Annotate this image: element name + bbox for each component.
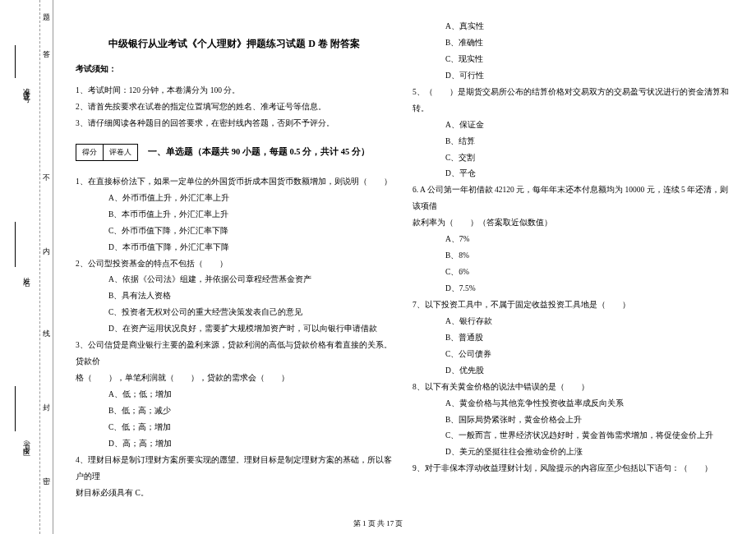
question: 9、对于非保本浮动收益理财计划，风险提示的内容应至少包括以下语句：（ ）	[413, 461, 730, 477]
option: D、可行性	[413, 68, 730, 85]
option: B、具有法人资格	[76, 288, 393, 305]
option: D、美元的坚挺往往会推动金价的上涨	[413, 444, 730, 461]
option: D、在资产运用状况良好，需要扩大规模增加资产时，可以向银行申请借款	[76, 321, 393, 338]
option: D、高；高；增加	[76, 436, 393, 453]
score-box: 得分 评卷人	[76, 144, 138, 161]
question: 5、（ ）是期货交易所公布的结算价格对交易双方的交易盈亏状况进行的资金清算和转。	[413, 85, 730, 117]
option: B、本币币值上升，外汇汇率上升	[76, 207, 393, 223]
seal-char: 答	[43, 49, 50, 60]
option: A、真实性	[413, 19, 730, 35]
option: D、7.5%	[413, 281, 730, 297]
option: A、银行存款	[413, 314, 730, 330]
notice-heading: 考试须知：	[76, 63, 393, 75]
option: A、黄金价格与其他竞争性投资收益率成反向关系	[413, 396, 730, 412]
option: A、低；低；增加	[76, 387, 393, 403]
underline-name	[15, 222, 16, 267]
seal-char: 密	[43, 476, 50, 487]
content-area: 中级银行从业考试《个人理财》押题练习试题 D 卷 附答案 考试须知： 1、考试时…	[53, 0, 756, 534]
label-name: 姓名	[21, 271, 32, 276]
underline-ticket	[15, 45, 16, 78]
question: 3、公司信贷是商业银行主要的盈利来源，贷款利润的高低与贷款价格有着直接的关系。贷…	[76, 338, 393, 371]
underline-province	[15, 386, 16, 431]
binding-margin: 省（市区） 姓名 准考证号 密 封 线 内 不 答 题	[0, 0, 53, 534]
option: C、6%	[413, 265, 730, 281]
option: C、投资者无权对公司的重大经营决策发表自己的意见	[76, 305, 393, 321]
option: D、本币币值下降，外汇汇率下降	[76, 240, 393, 256]
option: B、8%	[413, 248, 730, 265]
seal-char: 不	[43, 173, 50, 183]
question-cont: 格（ ），单笔利润就（ ），贷款的需求会（ ）	[76, 371, 393, 387]
question-cont: 款利率为（ ）（答案取近似数值）	[413, 215, 730, 232]
question: 8、以下有关黄金价格的说法中错误的是（ ）	[413, 380, 730, 396]
exam-page: 省（市区） 姓名 准考证号 密 封 线 内 不 答 题 中级银行从业考试《个人理…	[0, 0, 756, 534]
binding-dashed-line	[39, 0, 40, 534]
score-cell: 得分	[76, 145, 104, 160]
option: B、低；高；减少	[76, 403, 393, 420]
option: C、公司债券	[413, 347, 730, 363]
left-column: 中级银行从业考试《个人理财》押题练习试题 D 卷 附答案 考试须知： 1、考试时…	[66, 12, 403, 513]
page-footer: 第 1 页 共 17 页	[0, 518, 756, 529]
notice-item: 2、请首先按要求在试卷的指定位置填写您的姓名、准考证号等信息。	[76, 99, 393, 116]
right-column: A、真实性 B、准确性 C、现实性 D、可行性 5、（ ）是期货交易所公布的结算…	[403, 12, 740, 513]
notice-item: 1、考试时间：120 分钟，本卷满分为 100 分。	[76, 83, 393, 99]
option: A、7%	[413, 232, 730, 248]
exam-title: 中级银行从业考试《个人理财》押题练习试题 D 卷 附答案	[76, 37, 393, 51]
score-cell: 评卷人	[104, 145, 137, 160]
option: B、结算	[413, 134, 730, 150]
section-header-row: 得分 评卷人 一、单选题（本题共 90 小题，每题 0.5 分，共计 45 分）	[76, 137, 393, 168]
question-cont: 财目标必须具有 C。	[76, 486, 393, 502]
option: C、交割	[413, 150, 730, 167]
option: D、优先股	[413, 363, 730, 380]
seal-char: 封	[43, 403, 50, 413]
option: C、一般而言，世界经济状况趋好时，黄金首饰需求增加，将促使金价上升	[413, 428, 730, 444]
question: 7、以下投资工具中，不属于固定收益投资工具地是（ ）	[413, 297, 730, 314]
seal-char: 题	[43, 12, 50, 23]
question: 6. A 公司第一年初借款 42120 元，每年年末还本付息额均为 10000 …	[413, 182, 730, 215]
seal-char: 线	[43, 329, 50, 339]
label-ticket: 准考证号	[21, 82, 32, 92]
option: C、外币币值下降，外汇汇率下降	[76, 223, 393, 240]
notice-item: 3、请仔细阅读各种题目的回答要求，在密封线内答题，否则不予评分。	[76, 116, 393, 132]
option: B、国际局势紧张时，黄金价格会上升	[413, 412, 730, 429]
question: 2、公司型投资基金的特点不包括（ ）	[76, 256, 393, 273]
option: D、平仓	[413, 166, 730, 182]
section-title: 一、单选题（本题共 90 小题，每题 0.5 分，共计 45 分）	[148, 146, 370, 158]
question: 4、理财目标是制订理财方案所要实现的愿望。理财目标是制定理财方案的基础，所以客户…	[76, 453, 393, 486]
seal-char: 内	[43, 246, 50, 257]
question: 1、在直接标价法下，如果一定单位的外国货币折成本国货币数额增加，则说明（ ）	[76, 174, 393, 191]
option: C、低；高；增加	[76, 420, 393, 436]
option: C、现实性	[413, 52, 730, 68]
option: B、准确性	[413, 35, 730, 52]
option: A、依据《公司法》组建，并依据公司章程经营基金资产	[76, 272, 393, 288]
option: A、保证金	[413, 117, 730, 134]
option: B、普通股	[413, 330, 730, 347]
option: A、外币币值上升，外汇汇率上升	[76, 191, 393, 207]
label-province: 省（市区）	[21, 435, 32, 448]
